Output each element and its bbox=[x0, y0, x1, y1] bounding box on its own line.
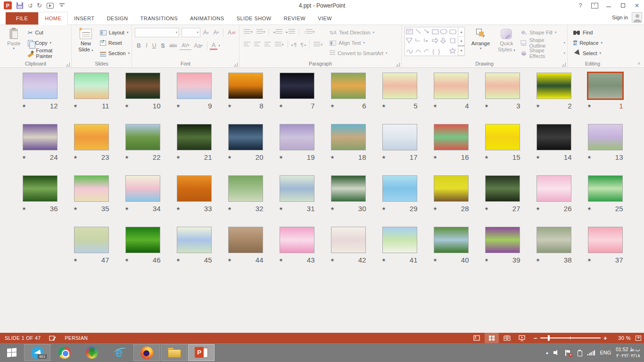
undo-caret-icon[interactable]: ▾ bbox=[30, 5, 32, 9]
save-icon[interactable] bbox=[17, 2, 23, 9]
slide-thumbnail-40-lake-landscape[interactable] bbox=[434, 227, 469, 253]
layout-button[interactable]: Layout▾ bbox=[100, 28, 130, 37]
select-button[interactable]: Select▾ bbox=[573, 49, 616, 58]
slide-thumbnail-5-word-table-green-pink[interactable] bbox=[382, 73, 417, 99]
power-icon[interactable] bbox=[576, 350, 583, 355]
shape-gallery-down-icon[interactable]: ▼ bbox=[458, 37, 464, 46]
new-slide-button[interactable]: NewSlide ▾ bbox=[74, 27, 97, 59]
font-dialog-launcher-icon[interactable] bbox=[234, 63, 238, 66]
slide-thumbnail-35-table-green-pink[interactable] bbox=[74, 175, 109, 202]
normal-view-button[interactable] bbox=[470, 333, 484, 343]
fit-slide-to-window-icon[interactable] bbox=[636, 336, 641, 341]
slide-sorter-view-button[interactable] bbox=[485, 333, 499, 343]
taskbar-powerpoint[interactable]: P bbox=[188, 344, 215, 361]
replace-caret-icon[interactable]: ▾ bbox=[601, 41, 603, 45]
slide-thumbnail-28-horse-in-yellow-field[interactable] bbox=[434, 175, 469, 202]
shape-gallery-more-icon[interactable]: ▼ bbox=[458, 46, 464, 56]
start-from-beginning-icon[interactable] bbox=[47, 3, 54, 8]
taskbar-firefox[interactable] bbox=[133, 344, 160, 361]
tab-slide-show[interactable]: SLIDE SHOW bbox=[231, 12, 278, 25]
zoom-percentage[interactable]: 30 % bbox=[614, 335, 631, 341]
slide-thumbnail-9-text-pink-blue[interactable] bbox=[177, 73, 212, 99]
slide-thumbnail-22-green-hills-sky[interactable] bbox=[125, 124, 160, 150]
tab-design[interactable]: DESIGN bbox=[100, 12, 134, 25]
slide-thumbnail-26-blossom-pink[interactable] bbox=[537, 175, 571, 202]
format-painter-button[interactable]: Format Painter bbox=[28, 49, 69, 58]
volume-icon[interactable] bbox=[553, 350, 560, 355]
clipboard-dialog-launcher-icon[interactable] bbox=[66, 63, 70, 66]
slide-thumbnail-31-two-photos-light[interactable] bbox=[280, 175, 314, 202]
slide-thumbnail-25-photos-on-green[interactable] bbox=[588, 175, 623, 202]
sign-in-area[interactable]: Sign in bbox=[612, 12, 644, 25]
slide-thumbnail-30-mountain-building[interactable] bbox=[331, 175, 366, 202]
find-button[interactable]: Find bbox=[573, 28, 616, 37]
slide-thumbnail-13-text-lavender-green[interactable] bbox=[588, 124, 623, 150]
minimize-button[interactable] bbox=[602, 0, 616, 11]
ribbon-display-options-button[interactable] bbox=[587, 0, 602, 11]
slide-thumbnail-10-horse-photo-oval[interactable] bbox=[125, 73, 160, 99]
drawing-dialog-launcher-icon[interactable] bbox=[562, 63, 566, 66]
slide-thumbnail-42-text-columns-light[interactable] bbox=[331, 227, 366, 253]
zoom-in-button[interactable]: + bbox=[603, 335, 607, 342]
replace-button[interactable]: abacReplace▾ bbox=[573, 39, 616, 47]
taskbar-internet-explorer[interactable]: e bbox=[106, 344, 132, 361]
slide-thumbnail-3-word-table-green-pink[interactable] bbox=[485, 73, 520, 99]
tray-expand-icon[interactable]: ▲ bbox=[545, 351, 549, 355]
collapse-ribbon-icon[interactable]: ˄ bbox=[638, 61, 640, 66]
copy-caret-icon[interactable]: ▾ bbox=[50, 41, 51, 45]
arrange-button[interactable]: Arrange ▾ bbox=[469, 27, 493, 59]
close-button[interactable]: ✕ bbox=[630, 0, 644, 11]
slide-thumbnail-32-hillside-people[interactable] bbox=[228, 175, 263, 202]
undo-button[interactable]: ↺▾ bbox=[28, 1, 32, 10]
slide-thumbnail-11-text-green-orange[interactable] bbox=[74, 73, 109, 99]
slide-thumbnail-17-child-photo-light[interactable] bbox=[382, 124, 417, 150]
slide-thumbnail-36-river-forest-framed[interactable] bbox=[23, 175, 58, 202]
select-caret-icon[interactable]: ▾ bbox=[600, 51, 602, 55]
cut-button[interactable]: ✂Cut bbox=[28, 28, 69, 37]
tab-home[interactable]: HOME bbox=[38, 12, 68, 25]
restore-button[interactable] bbox=[616, 0, 630, 11]
tab-transitions[interactable]: TRANSITIONS bbox=[134, 12, 184, 25]
slide-thumbnail-24-building-on-purple[interactable] bbox=[23, 124, 58, 150]
zoom-slider[interactable] bbox=[540, 337, 601, 338]
help-button[interactable]: ? bbox=[573, 0, 587, 11]
customize-qat-icon[interactable] bbox=[59, 3, 65, 8]
slide-thumbnail-16-chart-red-green[interactable] bbox=[434, 124, 469, 150]
zoom-slider-thumb[interactable] bbox=[548, 335, 550, 341]
paragraph-dialog-launcher-icon[interactable] bbox=[396, 63, 400, 66]
section-button[interactable]: Section▾ bbox=[100, 49, 130, 58]
slide-thumbnail-44-calligraphy-tan[interactable] bbox=[228, 227, 263, 253]
slide-thumbnail-43-table-pink[interactable] bbox=[280, 227, 314, 253]
slide-thumbnail-1-foggy-road-title-slide[interactable] bbox=[587, 72, 624, 100]
slide-thumbnail-23-photo-table-yellow[interactable] bbox=[74, 124, 109, 150]
reading-view-button[interactable] bbox=[500, 333, 514, 343]
zoom-out-button[interactable]: − bbox=[534, 335, 537, 342]
sign-in-label[interactable]: Sign in bbox=[612, 15, 628, 20]
shape-gallery-up-icon[interactable]: ▲ bbox=[458, 27, 464, 37]
taskbar-file-explorer[interactable] bbox=[161, 344, 187, 361]
tab-insert[interactable]: INSERT bbox=[68, 12, 100, 25]
layout-caret-icon[interactable]: ▾ bbox=[127, 31, 129, 34]
reset-button[interactable]: Reset bbox=[100, 39, 130, 47]
slide-thumbnail-47-text-olive[interactable] bbox=[74, 227, 109, 253]
slide-thumbnail-12-text-purple-blue[interactable] bbox=[23, 73, 58, 99]
tab-review[interactable]: REVIEW bbox=[278, 12, 312, 25]
slide-thumbnail-34-striped-text-pastel[interactable] bbox=[125, 175, 160, 202]
slide-thumbnail-21-dark-forest[interactable] bbox=[177, 124, 212, 150]
taskbar-telegram[interactable]: 463 bbox=[24, 344, 50, 361]
slide-thumbnail-14-praying-hands-dark[interactable] bbox=[537, 124, 571, 150]
slide-thumbnail-45-striped-list-light[interactable] bbox=[177, 227, 212, 253]
slide-thumbnail-8-horses-sunset[interactable] bbox=[228, 73, 263, 99]
slide-thumbnail-2-yellow-flower-oval[interactable] bbox=[537, 73, 571, 99]
clock[interactable]: 01:52 ب.ظ ۲۰۲۲/۰۲/۱۸ bbox=[616, 346, 640, 359]
slide-thumbnail-19-mosque-crowd-purple[interactable] bbox=[280, 124, 314, 150]
redo-icon[interactable]: ↻ bbox=[37, 2, 42, 9]
keyboard-language-indicator[interactable]: ENG bbox=[600, 350, 611, 355]
tab-view[interactable]: VIEW bbox=[312, 12, 338, 25]
slide-thumbnail-38-stone-bridge-photo[interactable] bbox=[537, 227, 571, 253]
spell-check-icon[interactable] bbox=[49, 335, 56, 341]
start-button[interactable] bbox=[0, 343, 24, 362]
slide-thumbnail-6-word-cards-on-green[interactable] bbox=[331, 73, 366, 99]
slide-thumbnail-41-columns-blue-green[interactable] bbox=[382, 227, 417, 253]
taskbar-idm[interactable] bbox=[79, 344, 105, 361]
